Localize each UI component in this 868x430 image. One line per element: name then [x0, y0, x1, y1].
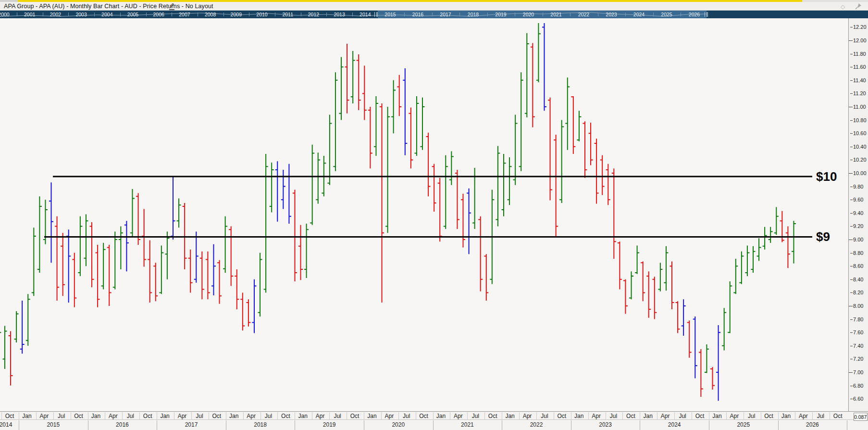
annotation-label-9[interactable]: $9	[816, 229, 830, 244]
navigator-year-label[interactable]: 2021	[550, 12, 561, 17]
ohlc-bar	[177, 198, 181, 228]
price-axis[interactable]: 12.2012.0011.8011.6011.4011.2011.0010.80…	[848, 18, 868, 411]
navigator-year-label[interactable]: 2001	[24, 12, 35, 17]
history-navigator[interactable]: 2000200120022003200420052006200720082009…	[0, 11, 868, 18]
month-tick	[398, 412, 399, 419]
navigator-year-label[interactable]: 2026	[689, 12, 700, 17]
price-tick	[849, 306, 853, 306]
navigator-year-label[interactable]: 2006	[153, 12, 164, 17]
ohlc-bar	[96, 245, 100, 307]
ohlc-bar	[519, 72, 523, 171]
ohlc-bar	[153, 263, 158, 301]
navigator-tick	[326, 13, 327, 16]
navigator-year-label[interactable]: 2018	[468, 12, 479, 17]
navigator-tick	[223, 13, 224, 16]
ohlc-bar	[327, 115, 332, 185]
month-label: Oct	[143, 413, 152, 419]
month-label: Jul	[196, 413, 203, 419]
navigator-year-label[interactable]: 2013	[334, 12, 345, 17]
month-label: Jan	[436, 413, 446, 419]
price-tick-label: 11.40	[853, 77, 866, 83]
time-axis[interactable]: OctJanAprJulOctJanAprJulOctJanAprJulOctJ…	[0, 411, 868, 430]
navigator-year-label[interactable]: 2003	[75, 12, 87, 17]
scale-value-box: 0.087	[854, 413, 868, 421]
navigator-year-label[interactable]: 2000	[0, 12, 10, 17]
navigator-tick	[352, 13, 353, 16]
ohlc-bar	[421, 98, 425, 150]
month-label: Jan	[712, 413, 721, 419]
month-tick	[484, 412, 485, 419]
month-tick	[778, 412, 779, 419]
navigator-year-label[interactable]: 2004	[101, 12, 112, 17]
pencil-icon[interactable]: ✎	[169, 2, 174, 10]
ohlc-bar	[200, 252, 204, 299]
ohlc-bar	[275, 161, 280, 222]
pin-icon[interactable]	[855, 3, 862, 10]
chart-plot-area[interactable]: $10 $9	[0, 18, 868, 411]
month-label: Jan	[298, 413, 308, 419]
ohlc-bar	[600, 155, 605, 195]
navigator-tick	[275, 13, 275, 16]
ohlc-bar	[339, 57, 344, 120]
navigator-year-label[interactable]: 2025	[661, 12, 672, 17]
ohlc-bar	[281, 170, 285, 209]
month-label: Jan	[22, 413, 31, 419]
ohlc-bar	[542, 23, 546, 111]
navigator-year-label[interactable]: 2005	[127, 12, 138, 17]
ohlc-bar	[380, 103, 384, 303]
navigator-year-label[interactable]: 2012	[308, 12, 319, 17]
ohlc-bar	[676, 301, 680, 333]
ohlc-bar	[385, 107, 390, 233]
year-separator	[88, 420, 88, 430]
ohlc-bar	[763, 227, 767, 250]
price-tick	[850, 67, 853, 67]
navigator-year-label[interactable]: 2017	[440, 12, 451, 17]
navigator-year-label[interactable]: 2007	[179, 12, 190, 17]
navigator-year-label[interactable]: 2014	[360, 12, 371, 17]
ohlc-bar	[78, 216, 82, 276]
ohlc-bar	[206, 252, 210, 299]
price-tick	[849, 40, 853, 41]
navigator-tick	[459, 13, 460, 16]
month-tick	[795, 412, 795, 419]
ohlc-bar	[606, 164, 610, 205]
price-tick-label: 7.40	[853, 343, 863, 349]
annotation-label-10[interactable]: $10	[816, 169, 837, 184]
ohlc-bar	[66, 229, 71, 303]
navigator-year-label[interactable]: 2020	[523, 12, 534, 17]
month-tick	[1, 412, 2, 419]
ohlc-bar	[577, 111, 581, 141]
navigator-tick	[17, 13, 17, 16]
navigator-year-label[interactable]: 2023	[606, 12, 617, 17]
month-tick	[260, 412, 261, 419]
price-tick	[850, 399, 853, 399]
ohlc-bar	[368, 107, 372, 168]
navigator-year-label[interactable]: 2008	[205, 12, 216, 17]
diamond-icon[interactable]: ◇	[841, 3, 845, 10]
navigator-year-label[interactable]: 2002	[50, 12, 61, 17]
month-tick	[191, 412, 192, 419]
navigator-year-label[interactable]: 2011	[282, 12, 293, 17]
ohlc-bar	[478, 216, 483, 291]
ohlc-bar	[641, 262, 645, 302]
price-tick-label: 9.20	[853, 223, 863, 229]
navigator-right-handle[interactable]	[705, 12, 708, 17]
navigator-year-label[interactable]: 2024	[633, 12, 645, 17]
ohlc-bar	[188, 250, 193, 293]
navigator-tick	[146, 13, 147, 16]
navigator-year-label[interactable]: 2015	[384, 12, 396, 17]
navigator-year-label[interactable]: 2010	[256, 12, 267, 17]
navigator-tick	[432, 13, 433, 16]
price-bars-canvas[interactable]	[0, 18, 868, 411]
ohlc-bar	[165, 231, 169, 279]
ohlc-bar	[113, 231, 117, 289]
navigator-left-handle[interactable]	[374, 12, 378, 17]
navigator-year-label[interactable]: 2016	[412, 12, 423, 17]
navigator-year-label[interactable]: 2022	[578, 12, 589, 17]
month-tick	[139, 412, 140, 419]
ohlc-bar	[792, 221, 796, 263]
navigator-year-label[interactable]: 2019	[495, 12, 506, 17]
ohlc-bar	[687, 320, 692, 357]
navigator-year-label[interactable]: 2009	[231, 12, 242, 17]
ohlc-bar	[397, 75, 401, 116]
